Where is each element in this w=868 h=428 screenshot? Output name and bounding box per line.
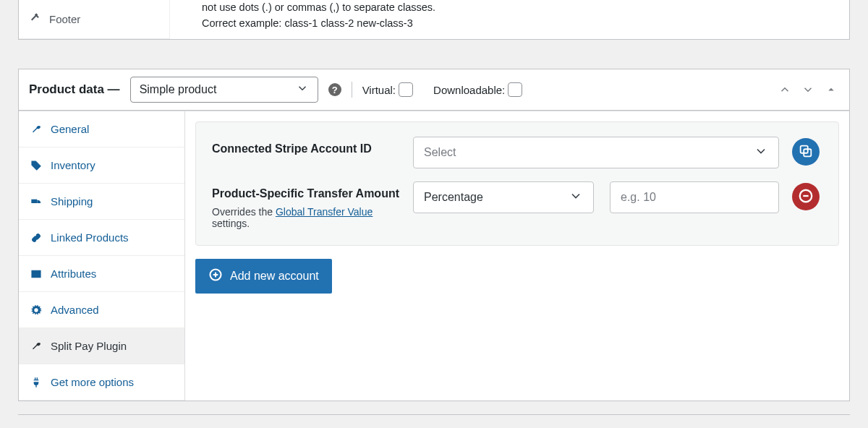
tab-linked-products[interactable]: Linked Products bbox=[19, 220, 184, 256]
hammer-icon bbox=[29, 12, 42, 27]
transfer-value-input[interactable]: e.g. 10 bbox=[610, 181, 779, 213]
bottom-border bbox=[18, 414, 850, 415]
downloadable-label: Downloadable: bbox=[433, 84, 505, 96]
footer-tab-description: not use dots (.) or commas (,) to separa… bbox=[170, 0, 849, 39]
gear-icon bbox=[30, 304, 42, 316]
product-type-select[interactable]: Simple product bbox=[130, 77, 318, 103]
chevron-down-icon bbox=[569, 189, 583, 206]
plug-icon bbox=[30, 377, 42, 388]
stripe-account-select[interactable]: Select bbox=[413, 137, 779, 168]
product-data-body: General Inventory Shipping Linked Produc… bbox=[19, 111, 849, 401]
move-down-button[interactable] bbox=[800, 82, 816, 98]
tab-general-label: General bbox=[51, 123, 89, 135]
footer-desc-line2: Correct example: class-1 class-2 new-cla… bbox=[202, 16, 817, 32]
tab-shipping-label: Shipping bbox=[51, 195, 93, 207]
tab-advanced[interactable]: Advanced bbox=[19, 292, 184, 328]
product-data-header: Product data — Simple product ? Virtual:… bbox=[19, 69, 849, 111]
transfer-type-select[interactable]: Percentage bbox=[413, 181, 594, 213]
downloadable-option: Downloadable: bbox=[433, 82, 522, 97]
duplicate-account-button[interactable] bbox=[792, 138, 820, 166]
product-data-title: Product data — bbox=[29, 82, 120, 97]
tab-linked-label: Linked Products bbox=[51, 231, 129, 244]
downloadable-checkbox[interactable] bbox=[508, 82, 522, 97]
transfer-type-selected: Percentage bbox=[424, 191, 483, 204]
copy-icon bbox=[798, 143, 814, 161]
tab-splitpay-label: Split Pay Plugin bbox=[51, 340, 127, 352]
svg-rect-2 bbox=[32, 270, 41, 277]
transfer-help-prefix: Overrides the bbox=[212, 206, 276, 218]
account-card: Connected Stripe Account ID Select Produ… bbox=[195, 121, 839, 246]
link-icon bbox=[30, 232, 42, 244]
product-data-metabox: Product data — Simple product ? Virtual:… bbox=[18, 69, 850, 401]
transfer-amount-row: Product-Specific Transfer Amount Overrid… bbox=[212, 181, 822, 229]
tab-advanced-label: Advanced bbox=[51, 304, 99, 316]
stripe-account-row: Connected Stripe Account ID Select bbox=[212, 137, 822, 168]
tab-attributes[interactable]: Attributes bbox=[19, 256, 184, 292]
move-up-button[interactable] bbox=[777, 82, 793, 98]
transfer-amount-label: Product-Specific Transfer Amount bbox=[212, 181, 400, 200]
virtual-label: Virtual: bbox=[362, 84, 396, 96]
transfer-amount-help: Overrides the Global Transfer Value sett… bbox=[212, 206, 400, 229]
footer-desc-line1: not use dots (.) or commas (,) to separa… bbox=[202, 0, 817, 16]
tab-attributes-label: Attributes bbox=[51, 268, 96, 280]
tag-icon bbox=[30, 160, 42, 171]
truck-icon bbox=[30, 196, 42, 207]
metabox-controls bbox=[777, 82, 839, 98]
split-pay-panel: Connected Stripe Account ID Select Produ… bbox=[185, 111, 849, 401]
transfer-fields: Percentage e.g. 10 bbox=[413, 181, 779, 213]
virtual-option: Virtual: bbox=[362, 82, 413, 97]
product-data-tabs: General Inventory Shipping Linked Produc… bbox=[19, 111, 185, 401]
chevron-down-icon bbox=[754, 144, 768, 161]
tab-getmore-label: Get more options bbox=[51, 376, 134, 388]
virtual-checkbox[interactable] bbox=[399, 82, 413, 97]
svg-rect-1 bbox=[31, 199, 37, 202]
footer-tab[interactable]: Footer bbox=[19, 0, 170, 39]
chevron-down-icon bbox=[296, 82, 309, 98]
tab-shipping[interactable]: Shipping bbox=[19, 184, 184, 220]
stripe-account-placeholder: Select bbox=[424, 146, 456, 159]
stripe-account-label: Connected Stripe Account ID bbox=[212, 137, 400, 155]
layout-icon bbox=[30, 268, 42, 280]
footer-tab-label: Footer bbox=[49, 13, 80, 25]
layout-tabs-panel: Footer not use dots (.) or commas (,) to… bbox=[18, 0, 850, 40]
global-transfer-value-link[interactable]: Global Transfer Value bbox=[276, 206, 373, 218]
add-new-account-label: Add new account bbox=[230, 270, 319, 283]
help-icon[interactable]: ? bbox=[328, 83, 341, 96]
remove-account-button[interactable] bbox=[792, 183, 820, 210]
tab-inventory-label: Inventory bbox=[51, 159, 95, 171]
tab-general[interactable]: General bbox=[19, 111, 184, 147]
transfer-value-placeholder: e.g. 10 bbox=[621, 191, 656, 204]
add-new-account-button[interactable]: Add new account bbox=[195, 259, 332, 294]
transfer-help-suffix: settings. bbox=[212, 218, 250, 229]
toggle-panel-button[interactable] bbox=[823, 82, 839, 98]
plus-circle-icon bbox=[208, 268, 223, 285]
product-type-selected: Simple product bbox=[140, 83, 217, 96]
tab-split-pay-plugin[interactable]: Split Pay Plugin bbox=[19, 328, 184, 364]
wrench-icon bbox=[30, 124, 42, 135]
svg-point-0 bbox=[33, 163, 35, 164]
tab-get-more-options[interactable]: Get more options bbox=[19, 364, 184, 401]
tab-inventory[interactable]: Inventory bbox=[19, 147, 184, 184]
wrench-icon bbox=[30, 341, 42, 352]
minus-circle-icon bbox=[798, 188, 814, 206]
separator bbox=[352, 82, 352, 98]
